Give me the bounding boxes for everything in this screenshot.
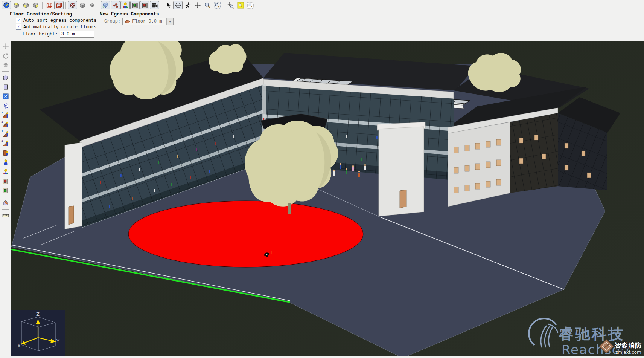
runner-icon bbox=[184, 2, 191, 9]
pan4-g-icon bbox=[2, 43, 9, 50]
add-ramp-two-button[interactable]: 2 bbox=[1, 139, 11, 148]
pan4-icon bbox=[194, 2, 201, 9]
show-flat-button[interactable] bbox=[87, 1, 97, 9]
toggle-furniture-button[interactable] bbox=[111, 1, 120, 9]
toolbar-divider bbox=[99, 2, 99, 9]
floor-height-input[interactable] bbox=[60, 31, 94, 38]
show-solid-wireframe-button[interactable] bbox=[54, 1, 64, 9]
viewport-3d[interactable]: 1 Z Y X bbox=[11, 41, 644, 356]
orbit-tool-button[interactable] bbox=[173, 1, 183, 9]
center-mag-icon bbox=[227, 2, 234, 9]
cube-x-icon bbox=[69, 2, 76, 9]
main-toolbar bbox=[0, 0, 644, 11]
door-green-t-icon bbox=[132, 2, 139, 9]
people3-icon bbox=[2, 168, 9, 175]
roam-view-button[interactable] bbox=[1, 61, 11, 70]
dropdown-arrow-icon[interactable]: ▼ bbox=[166, 18, 173, 25]
auto-create-floors-checkbox[interactable]: ✓ bbox=[16, 24, 21, 30]
new-egress-panel: New Egress Components Group: Floor 0.0 m… bbox=[94, 10, 184, 41]
cube-flat-icon bbox=[89, 2, 96, 9]
door-person-icon bbox=[2, 150, 9, 156]
cube-front-icon bbox=[23, 2, 29, 9]
measure-tool-button[interactable] bbox=[1, 211, 11, 220]
center-view-button[interactable] bbox=[226, 1, 235, 9]
add-ramp-one-button[interactable]: 1 bbox=[1, 130, 11, 139]
mag-icon bbox=[204, 2, 211, 9]
show-wireframe-button[interactable] bbox=[44, 1, 54, 9]
new-egress-title: New Egress Components bbox=[100, 12, 184, 17]
pan-view-button[interactable] bbox=[1, 42, 11, 51]
show-solid-button[interactable] bbox=[78, 1, 87, 9]
view-user-mode-button[interactable] bbox=[2, 1, 11, 9]
toolbar-divider bbox=[42, 2, 43, 9]
options-panel-strip: Floor Creation/Sorting ✓ Auto sort egres… bbox=[0, 10, 644, 41]
draw-polygon-room-button[interactable] bbox=[1, 73, 11, 82]
zoom-tool-button[interactable] bbox=[202, 1, 212, 9]
zoom-extents-button[interactable] bbox=[236, 1, 245, 9]
cursor-icon bbox=[165, 2, 172, 9]
icon-badge: 1 bbox=[2, 130, 3, 133]
draw-thin-wall-button[interactable] bbox=[1, 92, 11, 101]
toggle-exit-doors-button[interactable] bbox=[140, 1, 149, 9]
rot-g-icon bbox=[2, 52, 9, 59]
stairs-icon bbox=[2, 121, 9, 128]
view-side-button[interactable] bbox=[31, 1, 40, 9]
door-red-t-icon bbox=[142, 2, 148, 9]
walk-tool-button[interactable] bbox=[183, 1, 192, 9]
wire-red2-icon bbox=[56, 2, 62, 9]
add-exit-door-button[interactable] bbox=[1, 177, 11, 186]
hide-objects-button[interactable] bbox=[68, 1, 77, 9]
ruler-icon bbox=[2, 212, 9, 219]
floor-height-label: Floor height: bbox=[23, 32, 58, 37]
axis-z-label: Z bbox=[36, 311, 40, 317]
tool-sidebar: 1212 bbox=[0, 41, 11, 356]
add-stairway-two-button[interactable]: 2 bbox=[1, 120, 11, 129]
add-interior-door-button[interactable] bbox=[1, 186, 11, 195]
refuge-area-circle[interactable] bbox=[128, 201, 363, 267]
view-front-button[interactable] bbox=[21, 1, 30, 9]
poly-arrow-icon bbox=[2, 200, 9, 207]
orb-icon bbox=[3, 2, 10, 9]
floor-icon bbox=[125, 19, 131, 24]
draw-obstruction-button[interactable] bbox=[1, 101, 11, 110]
watermark-zmjaxf-badge: 智淼消防 zmjaxf.com bbox=[599, 340, 642, 355]
viewport-3d-scene[interactable]: 1 Z Y X bbox=[11, 41, 644, 356]
toggle-occupants-button[interactable] bbox=[120, 1, 130, 9]
move-objects-button[interactable] bbox=[1, 199, 11, 208]
axis-x-label: X bbox=[17, 343, 21, 349]
view-top-button[interactable] bbox=[11, 1, 21, 9]
add-occupant-button[interactable] bbox=[1, 158, 11, 167]
stairs-icon bbox=[2, 112, 9, 119]
floor-creation-title: Floor Creation/Sorting bbox=[10, 12, 93, 17]
floor-creation-panel: Floor Creation/Sorting ✓ Auto sort egres… bbox=[8, 10, 93, 41]
toolbar-divider bbox=[2, 209, 9, 210]
rotate-view-button[interactable] bbox=[1, 51, 11, 60]
draw-box3d-icon bbox=[2, 103, 9, 109]
cube-side-icon bbox=[32, 2, 39, 9]
orbit4-icon bbox=[175, 2, 181, 9]
draw-poly-icon bbox=[2, 74, 9, 81]
select-tool-button[interactable] bbox=[163, 1, 173, 9]
add-occupant-group-button[interactable] bbox=[1, 167, 11, 176]
icon-badge: 2 bbox=[2, 139, 3, 142]
mag-extents-icon bbox=[237, 2, 244, 9]
camera-view-button[interactable] bbox=[150, 1, 159, 9]
draw-rectangle-room-button[interactable] bbox=[1, 83, 11, 92]
group-dropdown[interactable]: Floor 0.0 m ▼ bbox=[122, 18, 174, 25]
pan-tool-button[interactable] bbox=[193, 1, 202, 9]
toggle-glass-button[interactable] bbox=[101, 1, 110, 9]
auto-sort-checkbox[interactable]: ✓ bbox=[16, 18, 21, 23]
add-elevator-button[interactable] bbox=[1, 148, 11, 158]
mag-sel-icon bbox=[247, 2, 254, 9]
add-stairway-one-button[interactable]: 1 bbox=[1, 111, 11, 120]
zoom-selected-button[interactable] bbox=[245, 1, 255, 9]
blocks-icon bbox=[112, 2, 119, 9]
toolbar-divider bbox=[2, 197, 9, 197]
toggle-interior-doors-button[interactable] bbox=[130, 1, 140, 9]
zoom-region-tool-button[interactable] bbox=[212, 1, 222, 9]
icon-badge: 2 bbox=[2, 120, 3, 124]
draw-edge-icon bbox=[2, 93, 9, 100]
ramp-icon bbox=[2, 140, 9, 147]
wire-red-icon bbox=[46, 2, 53, 9]
icon-badge: 1 bbox=[2, 111, 3, 114]
